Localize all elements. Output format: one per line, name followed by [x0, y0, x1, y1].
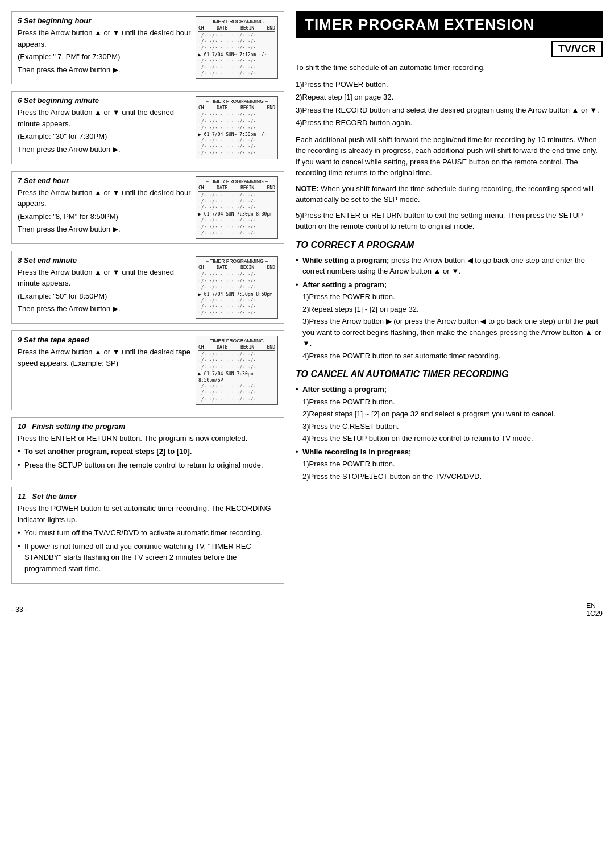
step-5-num: 5 — [18, 16, 22, 25]
step-9-display: – TIMER PROGRAMMING –CHDATEBEGINEND ·/· … — [196, 336, 278, 405]
display-row-2: ·/· ·/· · · · ·/· ·/· — [198, 125, 275, 131]
display-row-5: ·/· ·/· · · · ·/· ·/· — [198, 390, 275, 396]
note-label: NOTE: — [296, 184, 318, 193]
right-step: 4)Press the RECORD button again. — [296, 117, 603, 129]
display-row-6: ·/· ·/· · · · ·/· ·/· — [198, 150, 275, 156]
cancel-bullet: While recording is in progress;1)Press t… — [296, 447, 603, 482]
step-9-header: 9 Set the tape speed — [18, 336, 191, 344]
right-step: 1)Press the POWER button. — [296, 79, 603, 90]
step-11-header: 11 Set the timer — [18, 492, 278, 501]
step-10-para: Press the ENTER or RETURN button. The pr… — [18, 433, 278, 444]
display-row-0: ·/· ·/· · · · ·/· ·/· — [198, 32, 275, 39]
correct-bullets: While setting a program; press the Arrow… — [296, 255, 603, 362]
step-5-para-0: Press the Arrow button ▲ or ▼ until the … — [18, 27, 191, 49]
step-9-para-0: Press the Arrow button ▲ or ▼ until the … — [18, 346, 191, 369]
cancel-sub-item: 4)Press the SETUP button on the remote c… — [302, 433, 603, 444]
step-10-title: Finish setting the program — [32, 422, 125, 431]
display-row-2: ·/· ·/· · · · ·/· ·/· — [198, 205, 275, 211]
step-9-section: 9 Set the tape speedPress the Arrow butt… — [11, 330, 284, 410]
display-row-3: ▶ 61 7/04 SUN~ 7:30pm ·/· — [198, 131, 275, 138]
display-row-4: ·/· ·/· · · · ·/· ·/· — [198, 297, 275, 304]
cancel-bullet: After setting a program;1)Press the POWE… — [296, 384, 603, 444]
step-10-bullet: Press the SETUP button on the remote con… — [18, 460, 278, 471]
display-row-6: ·/· ·/· · · · ·/· ·/· — [198, 310, 275, 316]
step5-text: 5)Press the ENTER or RETURN button to ex… — [296, 210, 603, 232]
footer-page: - 33 - — [11, 606, 27, 614]
display-row-4: ·/· ·/· · · · ·/· ·/· — [198, 217, 275, 224]
step-7-section: 7 Set end hourPress the Arrow button ▲ o… — [11, 171, 284, 244]
step-10-section: 10 Finish setting the program Press the … — [11, 417, 284, 481]
display-row-5: ·/· ·/· · · · ·/· ·/· — [198, 304, 275, 310]
step-5-header: 5 Set beginning hour — [18, 16, 191, 25]
step-8-para-2: Then press the Arrow button ▶. — [18, 303, 191, 315]
left-column: 5 Set beginning hourPress the Arrow butt… — [11, 11, 284, 590]
step-6-title: Set beginning minute — [24, 96, 99, 105]
footer-lang: EN — [586, 602, 596, 610]
step-6-para-1: (Example: "30" for 7:30PM) — [18, 131, 191, 142]
display-row-0: ·/· ·/· · · · ·/· ·/· — [198, 112, 275, 118]
correct-sub-item: 4)Press the POWER button to set automati… — [302, 350, 603, 362]
step-11-para: Press the POWER button to set automatic … — [18, 503, 278, 525]
step-6-para-0: Press the Arrow button ▲ or ▼ until the … — [18, 107, 191, 129]
step-9-title: Set the tape speed — [24, 336, 89, 344]
step-7-header: 7 Set end hour — [18, 176, 191, 185]
step-11-section: 11 Set the timer Press the POWER button … — [11, 487, 284, 584]
cancel-bullets: After setting a program;1)Press the POWE… — [296, 384, 603, 482]
cancel-sub-item: 1)Press the POWER button. — [302, 458, 603, 470]
step-11-number: 11 — [18, 492, 26, 501]
step-9-num: 9 — [18, 336, 22, 344]
display-row-6: ·/· ·/· · · · ·/· ·/· — [198, 396, 275, 403]
display-row-3: ▶ 61 7/04 SUN 7:30pm 8:50pm/SP — [198, 371, 275, 383]
display-row-6: ·/· ·/· · · · ·/· ·/· — [198, 71, 275, 77]
right-intro: To shift the time schedule of an automat… — [296, 62, 603, 73]
cancel-sub-item: 2)Press the STOP/EJECT button on the TV/… — [302, 471, 603, 482]
display-row-5: ·/· ·/· · · · ·/· ·/· — [198, 224, 275, 230]
step-8-title: Set end minute — [24, 256, 77, 264]
cancel-sub-item: 3)Press the C.RESET button. — [302, 421, 603, 432]
step-7-num: 7 — [18, 176, 22, 185]
step-7-para-1: (Example: "8, PM" for 8:50PM) — [18, 211, 191, 222]
cancel-title: TO CANCEL AN AUTOMATIC TIMER RECORDING — [296, 369, 603, 379]
step-6-display: – TIMER PROGRAMMING –CHDATEBEGINEND ·/· … — [196, 96, 278, 159]
display-row-6: ·/· ·/· · · · ·/· ·/· — [198, 230, 275, 237]
step-8-para-1: (Example: "50" for 8:50PM) — [18, 291, 191, 302]
step-11-bullets: You must turn off the TV/VCR/DVD to acti… — [18, 527, 278, 574]
step-5-display: – TIMER PROGRAMMING –CHDATEBEGINEND ·/· … — [196, 16, 278, 79]
display-row-2: ·/· ·/· · · · ·/· ·/· — [198, 284, 275, 291]
step-11-bullet: You must turn off the TV/VCR/DVD to acti… — [18, 527, 278, 539]
step-5-para-1: (Example: " 7, PM" for 7:30PM) — [18, 51, 191, 63]
step-7-para-0: Press the Arrow button ▲ or ▼ until the … — [18, 187, 191, 209]
step-5-title: Set beginning hour — [24, 16, 91, 25]
correct-program-title: TO CORRECT A PROGRAM — [296, 240, 603, 250]
step-7-para-2: Then press the Arrow button ▶. — [18, 224, 191, 235]
display-row-2: ·/· ·/· · · · ·/· ·/· — [198, 365, 275, 371]
page-footer: - 33 - EN 1C29 — [11, 602, 603, 618]
right-step: 2)Repeat step [1] on page 32. — [296, 92, 603, 103]
display-row-4: ·/· ·/· · · · ·/· ·/· — [198, 58, 275, 64]
step-6-num: 6 — [18, 96, 22, 105]
step-6-section: 6 Set beginning minutePress the Arrow bu… — [11, 91, 284, 164]
right-numbered-steps: 1)Press the POWER button.2)Repeat step [… — [296, 79, 603, 129]
correct-sub-item: 1)Press the POWER button. — [302, 291, 603, 303]
step-8-header: 8 Set end minute — [18, 256, 191, 264]
step-7-display: – TIMER PROGRAMMING –CHDATEBEGINEND ·/· … — [196, 176, 278, 239]
display-row-1: ·/· ·/· · · · ·/· ·/· — [198, 119, 275, 125]
display-row-3: ▶ 61 7/04 SUN 7:30pm 8:30pm — [198, 211, 275, 217]
step-8-num: 8 — [18, 256, 22, 264]
right-step: 3)Press the RECORD button and select the… — [296, 105, 603, 116]
note-block: NOTE: When you shift forward the time sc… — [296, 183, 603, 205]
correct-bullet: While setting a program; press the Arrow… — [296, 255, 603, 277]
display-row-4: ·/· ·/· · · · ·/· ·/· — [198, 383, 275, 390]
step-10-number: 10 — [18, 422, 26, 431]
step-6-para-2: Then press the Arrow button ▶. — [18, 144, 191, 155]
correct-bullet: After setting a program;1)Press the POWE… — [296, 279, 603, 362]
step-6-header: 6 Set beginning minute — [18, 96, 191, 105]
display-row-0: ·/· ·/· · · · ·/· ·/· — [198, 192, 275, 199]
page-title: TIMER PROGRAM EXTENSION — [296, 11, 603, 38]
correct-sub-item: 3)Press the Arrow button ▶ (or press the… — [302, 316, 603, 349]
step-8-para-0: Press the Arrow button ▲ or ▼ until the … — [18, 267, 191, 289]
step-5-section: 5 Set beginning hourPress the Arrow butt… — [11, 11, 284, 84]
step4-detail: Each additional push will shift forward … — [296, 134, 603, 179]
step-7-title: Set end hour — [24, 176, 69, 185]
step-10-bullets: To set another program, repeat steps [2]… — [18, 446, 278, 470]
